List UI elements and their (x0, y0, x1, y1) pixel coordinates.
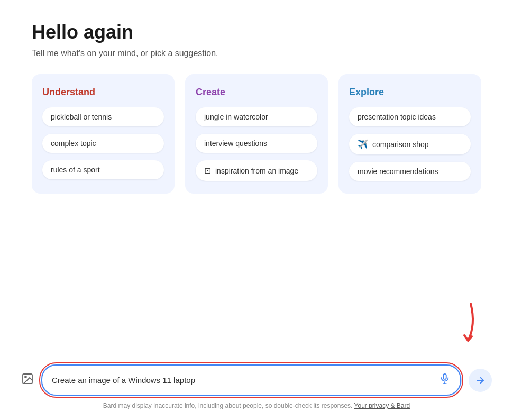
chip-label: comparison shop (372, 140, 429, 149)
chip-jungle-watercolor[interactable]: jungle in watercolor (196, 107, 317, 126)
image-icon: ⊡ (204, 166, 211, 176)
chip-pickleball[interactable]: pickleball or tennis (42, 107, 164, 126)
create-card-title: Create (196, 87, 317, 98)
subtitle: Tell me what's on your mind, or pick a s… (32, 49, 481, 58)
footer-text: Bard may display inaccurate info, includ… (103, 402, 410, 409)
prompt-input[interactable] (52, 376, 439, 385)
chip-presentation-topics[interactable]: presentation topic ideas (349, 107, 471, 126)
chip-inspiration-image[interactable]: ⊡ inspiration from an image (196, 160, 317, 181)
svg-point-1 (25, 376, 26, 378)
chip-label: movie recommendations (358, 167, 438, 176)
input-wrapper (41, 364, 461, 396)
create-card: Create jungle in watercolor interview qu… (185, 74, 328, 194)
privacy-link[interactable]: Your privacy & Bard (354, 402, 410, 409)
chip-label: pickleball or tennis (51, 113, 112, 121)
arrow-annotation (439, 298, 481, 351)
chip-complex-topic[interactable]: complex topic (42, 134, 164, 153)
chip-label: inspiration from an image (215, 167, 298, 175)
input-outer-border (39, 362, 463, 398)
image-upload-icon[interactable] (21, 372, 34, 388)
understand-card-title: Understand (42, 87, 164, 98)
input-row (21, 362, 492, 398)
main-content: Hello again Tell me what's on your mind,… (0, 0, 513, 225)
chip-label: interview questions (204, 139, 267, 148)
chip-label: jungle in watercolor (204, 113, 268, 121)
send-button[interactable] (469, 369, 492, 392)
bottom-area: Bard may display inaccurate info, includ… (0, 362, 513, 420)
page-title: Hello again (32, 21, 481, 43)
chip-label: rules of a sport (51, 166, 100, 174)
chip-movie-recommendations[interactable]: movie recommendations (349, 162, 471, 181)
chip-rules-of-sport[interactable]: rules of a sport (42, 160, 164, 179)
chip-comparison-shop[interactable]: ✈️ comparison shop (349, 134, 471, 154)
chip-label: complex topic (51, 139, 96, 148)
understand-card: Understand pickleball or tennis complex … (32, 74, 175, 194)
explore-card-title: Explore (349, 87, 471, 98)
explore-card: Explore presentation topic ideas ✈️ comp… (338, 74, 481, 194)
flight-icon: ✈️ (358, 139, 368, 149)
svg-rect-2 (443, 374, 446, 379)
chip-interview-questions[interactable]: interview questions (196, 134, 317, 153)
cards-row: Understand pickleball or tennis complex … (32, 74, 481, 194)
chip-label: presentation topic ideas (358, 113, 436, 121)
mic-icon[interactable] (439, 373, 451, 387)
